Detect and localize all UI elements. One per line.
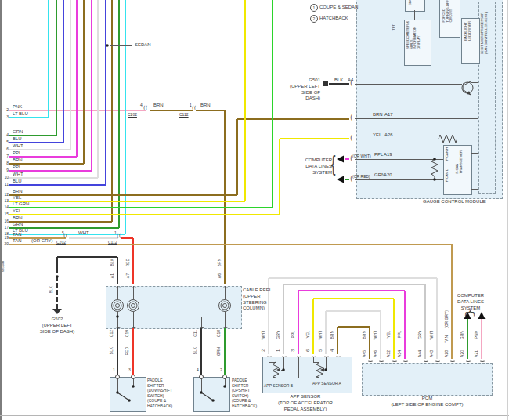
app-pins-2-wire: PPL (291, 331, 296, 338)
pin-connector-icon (266, 352, 273, 357)
gauge-pins-a26-pin: A26 (384, 132, 393, 139)
cable_reel-top_pins-2-wire: BRN (218, 259, 222, 267)
gauge-backlight: BACKLIGHT LED DRIVER (464, 21, 471, 41)
cable_reel-label: CABLE REEL (UPPER STEERING COLUMN) (243, 288, 272, 312)
cable_reel-bot_pins-3-wire: GRN (217, 347, 222, 356)
pcm-label: PCM (LEFT SIDE OF ENGINE COMPT) (374, 396, 480, 408)
cable_reel-bot_pins-0-wire: BLK (110, 347, 114, 354)
paddles-down-pins-1: 3 (128, 368, 131, 372)
cable_reel-bot_pins-1-pin: C19 (125, 330, 130, 337)
pin-connector-icon (115, 283, 121, 288)
app-pins-2-num: 3 (291, 349, 296, 352)
gauge-fcan: F-CAN TRANSCEIVER (456, 150, 463, 173)
module-pin-icon: ( (350, 80, 353, 87)
sedan_callout: SEDAN (135, 42, 151, 49)
cable_reel-bot_pins-1-wire: RED (125, 347, 130, 356)
pin-connector-icon (131, 283, 137, 288)
pin-connector-icon (423, 357, 429, 362)
switch-terminal-icon (222, 375, 227, 379)
gauge-forced: FORCED TURNING-OFF CIRCUIT (442, 0, 453, 23)
connectors-c202_top-pin: 4 (140, 103, 143, 107)
pin-connector-icon (403, 357, 409, 362)
pin-connector-icon (465, 357, 471, 362)
gauge-pins-a20-pin: A20 (384, 172, 392, 179)
app-pins-0-wire: WHT (262, 331, 266, 339)
module-pin-icon: ( (350, 155, 353, 162)
gauge-pins-a20-alt: (OR RED) (352, 174, 370, 179)
app-sensor_b: APP SENSOR B (264, 383, 293, 388)
left_wires-8-c: WHT (13, 172, 23, 178)
pcm-pins-4-wire: GRY (418, 331, 423, 339)
paddles-down-pins-0: 1 (113, 368, 115, 372)
left_wires-3-c: BLU (13, 136, 22, 143)
pcm-pins-5-wire: WHT (430, 331, 435, 339)
left_wires-9-n: 11 (2, 182, 9, 186)
pcm-pins-3-pin: A34 (398, 350, 403, 357)
app-pins-4-num: 5 (319, 349, 323, 352)
left_wires-13-n: 15 (2, 212, 9, 216)
paddles-up-pins-0: 4 (197, 368, 199, 372)
pin-connector-icon (222, 283, 229, 288)
app-pins-5-wire: BRN (330, 331, 335, 339)
cable_reel-top_pins-1-pin: A7 (126, 273, 131, 278)
left_wires-2-n: 4 (2, 132, 9, 137)
connectors-c202_bot-wire: WHT (78, 230, 89, 237)
left_wires-7-n: 9 (2, 168, 9, 172)
legend-circle: 1 (310, 4, 318, 12)
left_or_gry: (OR GRY) (31, 238, 53, 244)
app-pins-4-wire: WHT (319, 331, 323, 339)
cable_reel-top_pins-0-pin: A1 (110, 273, 115, 278)
frame-right (507, 0, 508, 420)
pcm-pins-1-pin: A46 (374, 350, 378, 357)
left_wires-1-n: 3 (2, 114, 9, 119)
gauge-pins-a19-pin: A19 (384, 152, 392, 158)
app-pins-5-num: 4 (330, 349, 335, 352)
pcm-pins-7-wire: GRN (460, 331, 465, 339)
legend-circle: 2 (310, 15, 318, 23)
inline-connector-icon: (( (143, 106, 147, 111)
cable_reel-bot_pins-2-pin: C11 (193, 330, 198, 337)
gauge-fcan_l: F-CAN L (446, 169, 449, 182)
pcm-pins-6-wire: TAN (445, 335, 449, 343)
pcm-pins-5-pin: A43 (430, 350, 435, 357)
pin-connector-icon (449, 357, 456, 362)
legend-item2_label: HATCHBACK (319, 16, 348, 22)
pcm-pins-7-pin: A20 (460, 350, 465, 357)
pin-connector-icon (323, 352, 330, 357)
left_wires-0-c: PNK (13, 104, 22, 110)
left_wires-18-n: 20 (2, 241, 9, 246)
pin-connector-icon (335, 352, 341, 357)
pcm-pins-3-wire: PPL (398, 331, 403, 338)
app-pins-1-wire: GRY (276, 331, 281, 339)
pcm-pins-6-alt: (OR GRY) (445, 310, 449, 328)
app-pins-1-num: 1 (276, 349, 281, 352)
left_wires-12-n: 14 (2, 205, 9, 209)
cable_reel-top_pins-2-pin: A6 (218, 273, 222, 278)
left_wires-17-c: TAN (13, 232, 22, 238)
frame-left (0, 0, 2, 420)
pcm-pins-8-wire: PNK (475, 331, 479, 339)
g502-text: G502 (UPPER LEFT SIDE OF DASH) (35, 317, 79, 335)
gauge-micro: 32 BIT MICROPROCESSOR (CAN CONTROLLER X … (481, 12, 488, 54)
left_wires-6-n: 8 (2, 161, 9, 165)
gauge-tft: TFT (392, 24, 396, 31)
app-label: APP SENSOR (TOP OF ACCELERATOR PEDAL ASS… (268, 394, 343, 412)
app-sensor_a: APP SENSOR A (312, 381, 341, 386)
connectors-c112_bot-name: C112 (108, 240, 117, 244)
gauge-fcan_h: F-CAN H (446, 147, 449, 161)
pin-connector-icon (311, 352, 317, 357)
g501-text: G501 (UPPER LEFT SIDE OF DASH) (284, 78, 320, 102)
left_wires-14-n: 16 (2, 219, 9, 223)
brace-icon: { (330, 154, 337, 176)
cable_reel-top_pins-0-wire: BLK (110, 259, 115, 266)
left_wires-11-c: YEL (13, 195, 21, 201)
inline-connector-icon: (( (192, 106, 196, 111)
switch-terminal-icon (199, 375, 204, 379)
paddles-up-pins-1: 2 (220, 368, 222, 372)
inline-connector-icon: (( (63, 234, 67, 239)
pcm-pins-2-pin: A32 (387, 350, 392, 357)
pin-connector-icon (115, 327, 121, 332)
pin-connector-icon (131, 327, 137, 332)
left_wires-4-n: 6 (2, 147, 9, 151)
wiring-diagram: 2PNK3LT BLU4GRN5BLU6WHT7PPL8BRN9PPL10WHT… (0, 0, 509, 420)
